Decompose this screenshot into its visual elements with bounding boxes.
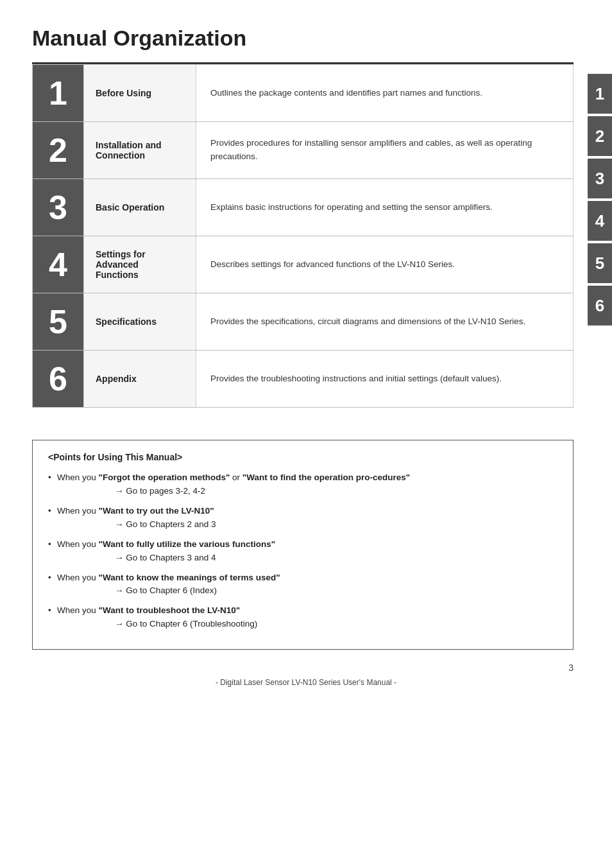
chapter-desc-3: Explains basic instructions for operatin… [210,202,493,212]
chapter-desc-cell-3: Explains basic instructions for operatin… [196,179,574,236]
chapter-number-3: 3 [33,179,83,236]
footer-page-number: 3 [568,663,574,673]
points-item-4: When you "Want to know the meanings of t… [48,571,557,598]
side-tab-3[interactable]: 3 [588,159,612,198]
chapter-name-6: Appendix [96,374,137,384]
chapter-desc-cell-6: Provides the troubleshooting instruction… [196,351,574,408]
chapters-table: 1 Before Using Outlines the package cont… [32,64,574,408]
chapter-desc-cell-2: Provides procedures for installing senso… [196,122,574,179]
chapter-name-1: Before Using [96,88,151,98]
footer: - Digital Laser Sensor LV-N10 Series Use… [0,678,612,687]
side-tab-6[interactable]: 6 [588,286,612,326]
chapter-num-cell-4: 4 [33,236,84,293]
chapter-name-cell-3: Basic Operation [84,179,196,236]
points-box: <Points for Using This Manual> When you … [32,440,574,650]
side-tab-2[interactable]: 2 [588,116,612,156]
chapter-desc-4: Describes settings for advanced function… [210,259,455,269]
footer-text: - Digital Laser Sensor LV-N10 Series Use… [216,678,396,687]
points-item-3-arrow: → Go to Chapters 3 and 4 [57,551,557,565]
points-box-title: <Points for Using This Manual> [48,452,557,462]
points-item-1-text: When you "Forgot the operation methods" … [57,473,557,498]
chapter-name-cell-4: Settings forAdvancedFunctions [84,236,196,293]
points-item-2-text: When you "Want to try out the LV-N10"→ G… [57,506,557,532]
chapter-num-cell-2: 2 [33,122,84,179]
chapter-num-cell-1: 1 [33,65,84,122]
chapter-num-cell-3: 3 [33,179,84,236]
chapter-desc-cell-5: Provides the specifications, circuit dia… [196,293,574,351]
chapter-row-4: 4 Settings forAdvancedFunctions Describe… [33,236,574,293]
side-tab-1[interactable]: 1 [588,74,612,114]
points-item-2: When you "Want to try out the LV-N10"→ G… [48,505,557,532]
chapter-desc-2: Provides procedures for installing senso… [210,138,532,161]
chapter-row-5: 5 Specifications Provides the specificat… [33,293,574,351]
points-item-1-arrow: → Go to pages 3-2, 4-2 [57,485,557,498]
chapter-num-cell-6: 6 [33,351,84,408]
chapter-desc-1: Outlines the package contents and identi… [210,88,482,98]
side-tab-4[interactable]: 4 [588,201,612,241]
chapter-name-cell-1: Before Using [84,65,196,122]
points-item-5-text: When you "Want to troubleshoot the LV-N1… [57,605,557,631]
points-item-5: When you "Want to troubleshoot the LV-N1… [48,604,557,631]
chapter-desc-cell-1: Outlines the package contents and identi… [196,65,574,122]
chapter-name-5: Specifications [96,317,157,327]
page-wrapper: Manual Organization 1 2 3 4 5 6 1 Before… [0,0,612,701]
chapter-row-2: 2 Installation andConnection Provides pr… [33,122,574,179]
chapter-row-3: 3 Basic Operation Explains basic instruc… [33,179,574,236]
chapter-name-3: Basic Operation [96,202,164,213]
chapter-number-6: 6 [33,351,83,407]
points-item-5-arrow: → Go to Chapter 6 (Troubleshooting) [57,618,557,631]
points-list: When you "Forgot the operation methods" … [48,471,557,631]
chapter-number-4: 4 [33,236,83,293]
points-item-4-arrow: → Go to Chapter 6 (Index) [57,584,557,598]
chapter-desc-cell-4: Describes settings for advanced function… [196,236,574,293]
points-item-4-text: When you "Want to know the meanings of t… [57,573,557,598]
chapter-row-1: 1 Before Using Outlines the package cont… [33,65,574,122]
chapter-name-cell-2: Installation andConnection [84,122,196,179]
page-title: Manual Organization [32,26,574,51]
side-tabs: 1 2 3 4 5 6 [588,74,612,328]
points-item-1: When you "Forgot the operation methods" … [48,471,557,498]
points-item-2-arrow: → Go to Chapters 2 and 3 [57,518,557,532]
chapter-name-cell-5: Specifications [84,293,196,351]
chapter-name-4: Settings forAdvancedFunctions [96,249,146,280]
chapter-number-2: 2 [33,122,83,178]
chapter-name-cell-6: Appendix [84,351,196,408]
chapter-name-2: Installation andConnection [96,140,162,161]
points-item-3-text: When you "Want to fully utilize the vari… [57,539,557,565]
chapter-num-cell-5: 5 [33,293,84,351]
chapter-desc-6: Provides the troubleshooting instruction… [210,374,502,383]
chapter-row-6: 6 Appendix Provides the troubleshooting … [33,351,574,408]
points-item-3: When you "Want to fully utilize the vari… [48,538,557,565]
chapter-number-1: 1 [33,65,83,121]
chapter-desc-5: Provides the specifications, circuit dia… [210,317,525,326]
chapter-number-5: 5 [33,293,83,350]
side-tab-5[interactable]: 5 [588,243,612,283]
